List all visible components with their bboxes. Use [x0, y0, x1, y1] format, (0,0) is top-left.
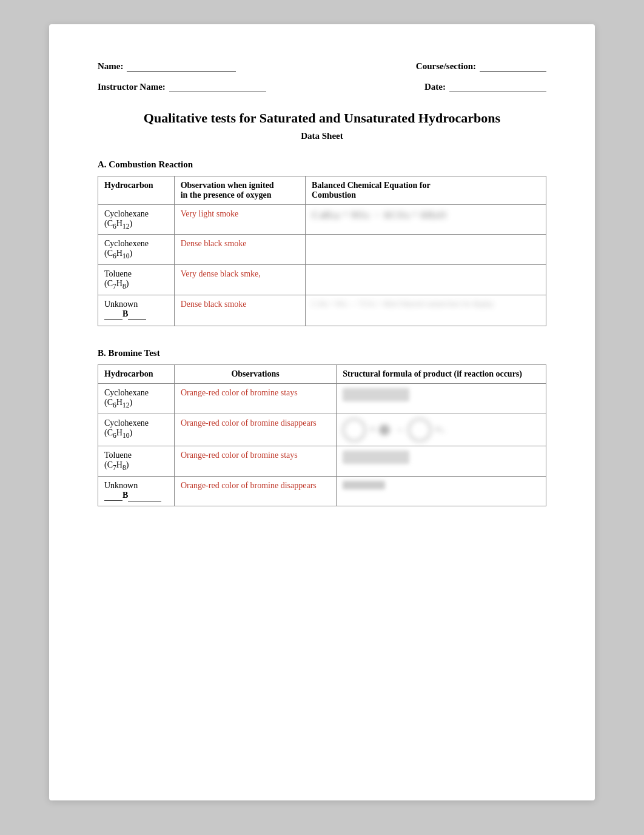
observation-cell: Dense black smoke — [174, 295, 305, 326]
hydrocarbon-cell: Cyclohexene(C6H10) — [98, 235, 175, 265]
date-label: Date: — [424, 82, 446, 92]
equation-cell — [305, 265, 546, 295]
unknown-b-prefix — [104, 309, 122, 320]
name-underline — [127, 61, 236, 72]
table-row: Cyclohexane(C6H12) Orange-red color of b… — [98, 384, 546, 414]
name-label: Name: — [98, 61, 123, 72]
instructor-label: Instructor Name: — [98, 82, 166, 92]
observation-text: Very light smoke — [181, 209, 239, 218]
hydrocarbon-cell: Toluene(C7H8) — [98, 265, 175, 295]
table-row: Cyclohexane(C6H12) Very light smoke C₆H₁… — [98, 204, 546, 235]
course-field: Course/section: — [416, 61, 546, 72]
section-b-title: B. Bromine Test — [98, 348, 546, 358]
bromine-table: Hydrocarbon Observations Structural form… — [98, 364, 546, 506]
hydrocarbon-cell: Unknown B — [98, 295, 175, 326]
header-row-1: Name: Course/section: — [98, 61, 546, 72]
header-row-2: Instructor Name: Date: — [98, 81, 546, 92]
name-field: Name: — [98, 61, 236, 72]
unknown-b-letter: B — [122, 309, 128, 318]
observation-text: Very dense black smke, — [181, 269, 261, 278]
observation-text: Orange-red color of bromine stays — [181, 388, 298, 397]
section-a-title: A. Combustion Reaction — [98, 159, 546, 170]
observation-text: Dense black smoke — [181, 300, 247, 309]
hydrocarbon-cell: Cyclohexane(C6H12) — [98, 204, 175, 235]
data-sheet-label: Data Sheet — [98, 131, 546, 141]
hydrocarbon-cell: Cyclohexene(C6H10) — [98, 414, 175, 446]
col-hydrocarbon-b: Hydrocarbon — [98, 365, 175, 384]
blurred-formula — [343, 451, 409, 464]
table-row: Unknown B Orange-red color of bromine di… — [98, 476, 546, 506]
unknown-b-suffix2 — [128, 491, 161, 501]
observation-cell: Orange-red color of bromine disappears — [174, 476, 336, 506]
observation-cell: Very dense black smke, — [174, 265, 305, 295]
table-row: Toluene(C7H8) Orange-red color of bromin… — [98, 446, 546, 476]
hydrocarbon-cell: Toluene(C7H8) — [98, 446, 175, 476]
hydrocarbon-cell: Cyclohexane(C6H12) — [98, 384, 175, 414]
observation-cell: Orange-red color of bromine stays — [174, 384, 336, 414]
ring-shape-2 — [408, 418, 431, 441]
equation-cell — [305, 235, 546, 265]
col-observation-a: Observation when ignitedin the presence … — [174, 176, 305, 204]
header-fields: Name: Course/section: Instructor Name: D… — [98, 61, 546, 92]
observation-text: Orange-red color of bromine disappears — [181, 418, 317, 428]
instructor-underline — [169, 81, 266, 92]
blurred-formula — [343, 388, 409, 401]
blurred-equation: C₆H₁₂+9O₂→6CO₂+6H₂O — [312, 209, 540, 221]
col-equation-a: Balanced Chemical Equation forCombustion — [305, 176, 546, 204]
hydrocarbon-cell: Unknown B — [98, 476, 175, 506]
observation-text: Orange-red color of bromine disappears — [181, 481, 317, 490]
blurred-equation-placeholder: C₇H₈ + 9O₂ → 7CO₂ + 4H₂O blurred content… — [312, 300, 540, 321]
formula-cell — [337, 476, 546, 506]
observation-text: Orange-red color of bromine stays — [181, 451, 298, 460]
table-row: Unknown B Dense black smoke C₇H₈ + 9O₂ →… — [98, 295, 546, 326]
col-hydrocarbon-a: Hydrocarbon — [98, 176, 175, 204]
table-row: Cyclohexene(C6H10) Orange-red color of b… — [98, 414, 546, 446]
blurred-formula-small — [343, 481, 385, 489]
observation-cell: Very light smoke — [174, 204, 305, 235]
table-row: Toluene(C7H8) Very dense black smke, — [98, 265, 546, 295]
unknown-b-letter2: B — [122, 491, 128, 500]
instructor-field: Instructor Name: — [98, 81, 266, 92]
unknown-b-suffix — [128, 309, 146, 320]
observation-cell: Orange-red color of bromine stays — [174, 446, 336, 476]
formula-cell — [337, 446, 546, 476]
course-underline — [480, 61, 546, 72]
blurred-complex-formula: + → Br2 — [343, 418, 540, 441]
combustion-table-header: Hydrocarbon Observation when ignitedin t… — [98, 176, 546, 204]
col-formula-b: Structural formula of product (if reacti… — [337, 365, 546, 384]
date-field: Date: — [424, 81, 546, 92]
observation-cell: Orange-red color of bromine disappears — [174, 414, 336, 446]
equation-cell: C₆H₁₂+9O₂→6CO₂+6H₂O — [305, 204, 546, 235]
equation-cell: C₇H₈ + 9O₂ → 7CO₂ + 4H₂O blurred content… — [305, 295, 546, 326]
col-observations-b: Observations — [174, 365, 336, 384]
page-title: Qualitative tests for Saturated and Unsa… — [98, 109, 546, 127]
observation-text: Dense black smoke — [181, 239, 247, 248]
date-underline — [449, 81, 546, 92]
unknown-b-prefix2 — [104, 491, 122, 501]
combustion-table: Hydrocarbon Observation when ignitedin t… — [98, 176, 546, 326]
formula-cell — [337, 384, 546, 414]
page: Name: Course/section: Instructor Name: D… — [49, 24, 595, 800]
ring-shape — [343, 418, 366, 441]
small-mol-shape — [379, 424, 390, 435]
course-label: Course/section: — [416, 61, 476, 72]
table-row: Cyclohexene(C6H10) Dense black smoke — [98, 235, 546, 265]
bromine-table-header: Hydrocarbon Observations Structural form… — [98, 365, 546, 384]
observation-cell: Dense black smoke — [174, 235, 305, 265]
formula-cell: + → Br2 — [337, 414, 546, 446]
